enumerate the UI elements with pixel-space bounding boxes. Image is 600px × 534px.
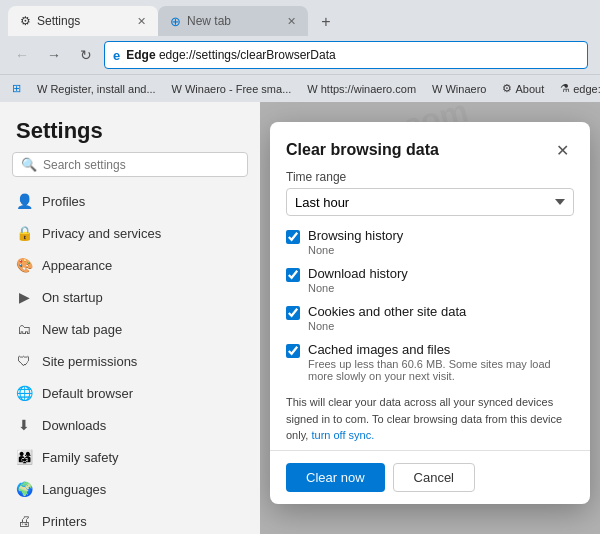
bookmark-ms-logo[interactable]: ⊞	[8, 80, 25, 97]
sync-notice: This will clear your data across all you…	[286, 394, 574, 444]
settings-nav: 👤 Profiles 🔒 Privacy and services 🎨 Appe…	[0, 185, 260, 534]
back-button[interactable]: ←	[8, 41, 36, 69]
sidebar-item-appearance[interactable]: 🎨 Appearance	[0, 249, 260, 281]
sidebar-item-downloads[interactable]: ⬇ Downloads	[0, 409, 260, 441]
sidebar-item-label-family: Family safety	[42, 450, 119, 465]
search-input[interactable]	[43, 158, 239, 172]
bookmark-label-2: Winaero - Free sma...	[185, 83, 291, 95]
sidebar-item-startup[interactable]: ▶ On startup	[0, 281, 260, 313]
address-bar[interactable]: e Edge edge://settings/clearBrowserData	[104, 41, 588, 69]
download-icon: ⬇	[16, 417, 32, 433]
sidebar-item-printers[interactable]: 🖨 Printers	[0, 505, 260, 534]
browser-chrome: ⚙ Settings ✕ ⊕ New tab ✕ + ← → ↻ e Edge …	[0, 0, 600, 102]
bookmark-icon-2: W	[172, 83, 182, 95]
sidebar-item-label-profiles: Profiles	[42, 194, 85, 209]
settings-tab-close[interactable]: ✕	[137, 15, 146, 28]
modal-footer: Clear now Cancel	[270, 451, 590, 504]
newtab-icon: 🗂	[16, 321, 32, 337]
bookmark-winaero-url[interactable]: W https://winaero.com	[303, 81, 420, 97]
download-history-label: Download history	[308, 266, 408, 281]
checkbox-cached-images: Cached images and files Frees up less th…	[286, 342, 574, 382]
search-box[interactable]: 🔍	[12, 152, 248, 177]
bookmark-icon-1: W	[37, 83, 47, 95]
sidebar-item-label-printers: Printers	[42, 514, 87, 529]
sidebar-item-label-appearance: Appearance	[42, 258, 112, 273]
shield-icon: 🛡	[16, 353, 32, 369]
clear-now-button[interactable]: Clear now	[286, 463, 385, 492]
sidebar-item-label-startup: On startup	[42, 290, 103, 305]
cookies-checkbox[interactable]	[286, 306, 300, 320]
checkbox-cookies: Cookies and other site data None	[286, 304, 574, 332]
cached-images-sub: Frees up less than 60.6 MB. Some sites m…	[308, 358, 574, 382]
clear-browsing-data-modal: Clear browsing data ✕ Time range Last ho…	[270, 122, 590, 504]
tab-settings[interactable]: ⚙ Settings ✕	[8, 6, 158, 36]
cached-images-label: Cached images and files	[308, 342, 574, 357]
checkbox-download-history: Download history None	[286, 266, 574, 294]
gear-bookmark-icon: ⚙	[502, 82, 512, 95]
cookies-label: Cookies and other site data	[308, 304, 466, 319]
page-content: winaero.com e Hi Sergey, we value your p…	[260, 102, 600, 534]
address-url-part: edge://settings/clearBrowserData	[159, 48, 336, 62]
refresh-button[interactable]: ↻	[72, 41, 100, 69]
browsing-history-checkbox[interactable]	[286, 230, 300, 244]
download-history-sub: None	[308, 282, 408, 294]
sidebar-item-privacy[interactable]: 🔒 Privacy and services	[0, 217, 260, 249]
cached-images-checkbox[interactable]	[286, 344, 300, 358]
modal-body: Time range Last hour Last 24 hours Last …	[270, 170, 590, 444]
browsing-history-sub: None	[308, 244, 403, 256]
person-icon: 👤	[16, 193, 32, 209]
sidebar-item-default-browser[interactable]: 🌐 Default browser	[0, 377, 260, 409]
sidebar-item-newtab[interactable]: 🗂 New tab page	[0, 313, 260, 345]
bookmark-icon-4: W	[432, 83, 442, 95]
new-tab-button[interactable]: +	[312, 8, 340, 36]
bookmark-flags[interactable]: ⚗ edge://flags	[556, 80, 600, 97]
settings-tab-label: Settings	[37, 14, 80, 28]
tab-bar: ⚙ Settings ✕ ⊕ New tab ✕ +	[0, 0, 600, 36]
newtab-tab-icon: ⊕	[170, 14, 181, 29]
bookmark-label-6: edge://flags	[573, 83, 600, 95]
bookmark-icon-3: W	[307, 83, 317, 95]
family-icon: 👨‍👩‍👧	[16, 449, 32, 465]
sidebar-item-permissions[interactable]: 🛡 Site permissions	[0, 345, 260, 377]
modal-overlay: Clear browsing data ✕ Time range Last ho…	[260, 102, 600, 534]
language-icon: 🌍	[16, 481, 32, 497]
newtab-tab-label: New tab	[187, 14, 231, 28]
bookmark-label-3: https://winaero.com	[321, 83, 416, 95]
bookmark-register[interactable]: W Register, install and...	[33, 81, 160, 97]
turn-off-sync-link[interactable]: turn off sync.	[311, 429, 374, 441]
bookmark-label-5: About	[515, 83, 544, 95]
settings-sidebar: Settings 🔍 👤 Profiles 🔒 Privacy and serv…	[0, 102, 260, 534]
tab-newtab[interactable]: ⊕ New tab ✕	[158, 6, 308, 36]
newtab-tab-close[interactable]: ✕	[287, 15, 296, 28]
cancel-button[interactable]: Cancel	[393, 463, 475, 492]
bookmark-label-1: Register, install and...	[50, 83, 155, 95]
bookmark-label-4: Winaero	[445, 83, 486, 95]
modal-close-button[interactable]: ✕	[550, 138, 574, 162]
time-range-label: Time range	[286, 170, 574, 184]
cookies-sub: None	[308, 320, 466, 332]
download-history-checkbox[interactable]	[286, 268, 300, 282]
forward-button[interactable]: →	[40, 41, 68, 69]
checkbox-browsing-history: Browsing history None	[286, 228, 574, 256]
modal-title: Clear browsing data	[286, 141, 439, 159]
settings-title: Settings	[0, 102, 260, 152]
sidebar-item-profiles[interactable]: 👤 Profiles	[0, 185, 260, 217]
browsing-history-label: Browsing history	[308, 228, 403, 243]
sidebar-item-languages[interactable]: 🌍 Languages	[0, 473, 260, 505]
bookmark-winaero-2[interactable]: W Winaero	[428, 81, 490, 97]
modal-header: Clear browsing data ✕	[270, 122, 590, 170]
bookmark-about[interactable]: ⚙ About	[498, 80, 548, 97]
sidebar-item-label-permissions: Site permissions	[42, 354, 137, 369]
bookmark-winaero[interactable]: W Winaero - Free sma...	[168, 81, 296, 97]
sidebar-item-label-newtab: New tab page	[42, 322, 122, 337]
checkbox-group: Browsing history None Download history N…	[286, 228, 574, 382]
sidebar-item-label-languages: Languages	[42, 482, 106, 497]
flask-icon: ⚗	[560, 82, 570, 95]
appearance-icon: 🎨	[16, 257, 32, 273]
search-icon: 🔍	[21, 157, 37, 172]
default-browser-icon: 🌐	[16, 385, 32, 401]
sidebar-item-family[interactable]: 👨‍👩‍👧 Family safety	[0, 441, 260, 473]
sidebar-item-label-privacy: Privacy and services	[42, 226, 161, 241]
time-range-select[interactable]: Last hour Last 24 hours Last 7 days Last…	[286, 188, 574, 216]
startup-icon: ▶	[16, 289, 32, 305]
